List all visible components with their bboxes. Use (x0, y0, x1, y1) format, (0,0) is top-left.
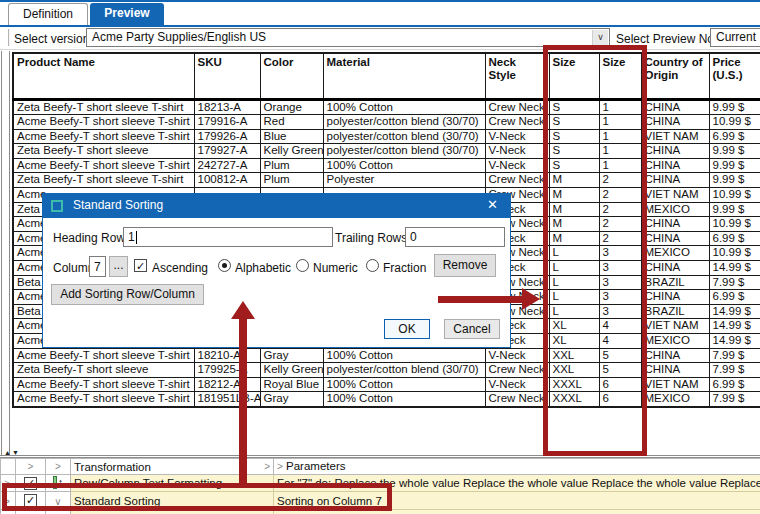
chevron-right-icon[interactable]: > (55, 461, 61, 472)
partial-cell (274, 510, 760, 514)
heading-rows-input[interactable]: 1 (123, 227, 333, 247)
table-cell: CHINA (641, 348, 709, 363)
transformation-name-cell[interactable]: Standard Sorting (71, 492, 274, 510)
table-cell: 1 (599, 99, 641, 115)
panel-corner-cell (1, 459, 16, 475)
table-cell: XXL (549, 348, 599, 363)
checkbox-cell[interactable]: ✓ (16, 492, 46, 510)
checkbox-cell[interactable]: ✓ (16, 475, 46, 492)
table-cell: Red (260, 115, 323, 130)
table-cell: 18213-A (194, 99, 260, 115)
table-cell: 14.99 $ (709, 333, 760, 348)
table-cell: L (549, 275, 599, 290)
table-cell: M (549, 187, 599, 202)
table-cell: Zeta Beefy-T short sleeve (13, 144, 194, 159)
table-cell: Crew Neck (485, 392, 549, 407)
table-cell: 6.99 $ (709, 129, 760, 144)
text-caret (136, 231, 137, 244)
radio-alphabetic[interactable] (218, 259, 231, 272)
transformation-column-header: Transformation> (71, 459, 274, 475)
close-icon[interactable]: ✕ (487, 197, 498, 212)
transformation-name-cell[interactable]: Row/Column Text Formatting (71, 475, 274, 492)
table-cell: 3 (599, 246, 641, 261)
table-cell: polyester/cotton blend (30/70) (323, 115, 485, 130)
icon-cell: ∨ (46, 492, 71, 510)
table-cell: 7.99 $ (709, 392, 760, 407)
preview-node-select[interactable]: Current (710, 28, 760, 47)
chevron-right-icon[interactable]: > (28, 461, 34, 472)
table-row: Acme Beefy-T short sleeve T-shirt179916-… (13, 115, 760, 130)
table-cell: 9.99 $ (709, 202, 760, 217)
partial-cell (16, 510, 46, 514)
chevron-right-icon[interactable]: > (4, 478, 10, 489)
table-cell: 242727-A (194, 158, 260, 173)
partial-cell (71, 510, 274, 514)
row-expander-cell[interactable]: > (1, 492, 16, 510)
table-cell: 5 (599, 348, 641, 363)
table-cell: CHINA (641, 260, 709, 275)
row-enabled-checkbox[interactable]: ✓ (24, 477, 37, 490)
table-cell: 179916-A (194, 115, 260, 130)
collapse-chevron-icon[interactable]: ∨ (54, 496, 61, 507)
row-enabled-checkbox[interactable]: ✓ (24, 494, 37, 507)
parameters-cell[interactable]: For "7" do: Replace the whole value Repl… (274, 475, 760, 492)
ok-button[interactable]: OK (384, 319, 430, 339)
add-sorting-button[interactable]: Add Sorting Row/Column (51, 284, 204, 305)
table-row: Acme Beefy-T short sleeve T-shirt181951L… (13, 392, 760, 407)
row-column-format-icon: ↕ (53, 476, 64, 489)
column-input[interactable]: 7 (89, 256, 106, 277)
table-cell: Acme Beefy-T short sleeve T-shirt (13, 158, 194, 173)
table-cell: 100% Cotton (323, 377, 485, 392)
column-header: SKU (194, 53, 260, 99)
select-version-label: Select version (14, 32, 89, 46)
table-cell: CHINA (641, 290, 709, 305)
radio-numeric[interactable] (296, 259, 309, 272)
parameters-cell[interactable]: Sorting on Column 7 (274, 492, 760, 510)
version-select[interactable]: Acme Party Supplies/English US ∨ (86, 28, 610, 47)
parameters-column-header: > Parameters (274, 459, 760, 475)
table-cell: 100812-A (194, 173, 260, 188)
table-cell: L (549, 246, 599, 261)
table-cell: 4 (599, 333, 641, 348)
table-cell: 6 (599, 392, 641, 407)
table-cell: polyester/cotton blend (30/70) (323, 144, 485, 159)
partial-cell (1, 510, 16, 514)
radio-fraction[interactable] (366, 259, 379, 272)
column-picker-button[interactable]: ... (109, 256, 128, 277)
table-cell: 100% Cotton (323, 348, 485, 363)
cancel-button[interactable]: Cancel (444, 319, 500, 339)
table-row: Acme Beefy-T short sleeve T-shirt242727-… (13, 158, 760, 173)
chevron-right-icon[interactable]: > (277, 461, 283, 472)
table-cell: MEXICO (641, 246, 709, 261)
table-cell: 179926-A (194, 129, 260, 144)
table-cell: CHINA (641, 99, 709, 115)
remove-button[interactable]: Remove (434, 254, 496, 277)
table-cell: Acme Beefy-T short sleeve T-shirt (13, 392, 194, 407)
table-cell: 9.99 $ (709, 158, 760, 173)
toolbar-divider (8, 29, 10, 46)
table-cell: 9.99 $ (709, 173, 760, 188)
table-cell: 6.99 $ (709, 377, 760, 392)
ascending-label: Ascending (152, 261, 208, 275)
tab-definition[interactable]: Definition (8, 3, 88, 25)
chevron-right-icon[interactable]: > (264, 460, 270, 474)
transformation-row[interactable]: >✓∨Standard SortingSorting on Column 7 (1, 492, 760, 510)
row-expander-cell[interactable]: > (1, 475, 16, 492)
table-cell: Orange (260, 99, 323, 115)
table-cell: Polyester (323, 173, 485, 188)
tab-preview[interactable]: Preview (90, 3, 164, 25)
table-cell: 9.99 $ (709, 99, 760, 115)
chevron-down-icon[interactable]: ∨ (592, 30, 608, 45)
transformation-row[interactable]: >✓↕Row/Column Text FormattingFor "7" do:… (1, 475, 760, 492)
table-cell: Zeta Beefy-T short sleeve T-shirt (13, 99, 194, 115)
table-cell: CHINA (641, 158, 709, 173)
trailing-rows-input[interactable]: 0 (405, 227, 505, 247)
ascending-checkbox[interactable]: ✓ (134, 259, 147, 272)
table-cell: 3 (599, 260, 641, 275)
icon-cell: ↕ (46, 475, 71, 492)
transformation-panel: > > Transformation> > Parameters >✓↕Row/… (0, 458, 760, 514)
chevron-right-icon[interactable]: > (4, 496, 10, 507)
dialog-title-bar[interactable]: Standard Sorting ✕ (43, 194, 510, 218)
table-cell: Acme Beefy-T short sleeve T-shirt (13, 129, 194, 144)
table-cell: Kelly Green (260, 144, 323, 159)
